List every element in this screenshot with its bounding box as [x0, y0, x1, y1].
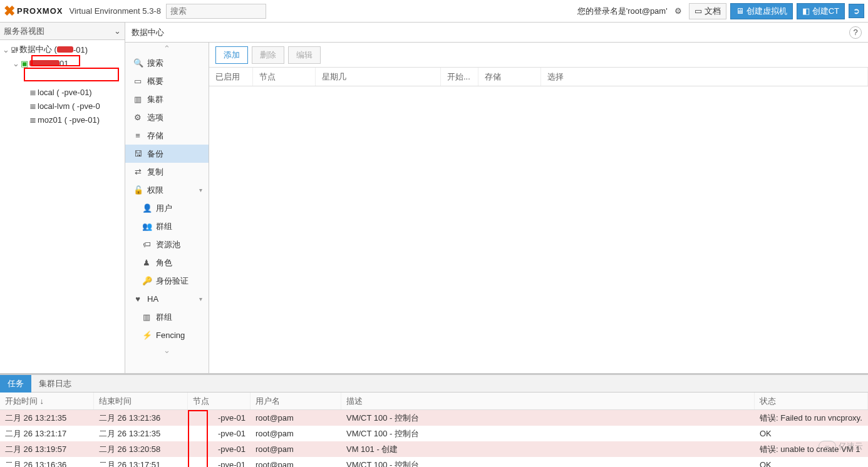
- nav-角色[interactable]: ♟角色: [125, 254, 209, 272]
- nav-用户[interactable]: 👤用户: [125, 199, 209, 217]
- cell-node: -pve-01: [188, 460, 251, 467]
- nav-label: 概要: [147, 76, 163, 87]
- col-start-time[interactable]: 开始时间 ↓: [0, 393, 94, 409]
- cell-end: 二月 26 13:20:58: [94, 444, 188, 455]
- tree-node[interactable]: ⌄ ▣ 01: [0, 56, 125, 70]
- nav-搜索[interactable]: 🔍搜索: [125, 54, 209, 72]
- nav-群组[interactable]: ▥群组: [125, 308, 209, 326]
- log-row[interactable]: 二月 26 13:21:35二月 26 13:21:36-pve-01root@…: [0, 410, 868, 426]
- create-vm-button[interactable]: 🖥 创建虚拟机: [730, 3, 793, 19]
- cell-user: root@pam: [251, 429, 341, 438]
- col-start[interactable]: 开始...: [441, 68, 478, 86]
- log-row[interactable]: 二月 26 13:21:17二月 26 13:21:35-pve-01root@…: [0, 426, 868, 441]
- dc-label: 数据中心 (: [19, 44, 57, 55]
- col-enabled[interactable]: 已启用: [209, 68, 253, 86]
- cell-end: 二月 26 13:21:35: [94, 428, 188, 439]
- cube-icon: ◧: [802, 6, 810, 16]
- caret-icon: ⌄: [13, 59, 19, 68]
- tree-storage-local[interactable]: ≣ local ( -pve-01): [0, 85, 125, 99]
- storage-icon: ≣: [28, 115, 38, 125]
- col-user[interactable]: 用户名: [251, 393, 341, 409]
- cell-node: -pve-01: [188, 444, 251, 454]
- nav-icon: 🖫: [133, 149, 142, 158]
- nav-label: HA: [147, 294, 158, 304]
- col-desc[interactable]: 描述: [341, 393, 755, 409]
- nav-存储[interactable]: ≡存储: [125, 126, 209, 145]
- add-button[interactable]: 添加: [215, 46, 248, 64]
- nav-资源池[interactable]: 🏷资源池: [125, 235, 209, 254]
- nav-label: 集群: [147, 94, 163, 105]
- node-suffix: 01: [59, 59, 68, 68]
- logo-x-icon: ✖: [4, 3, 16, 19]
- gear-icon[interactable]: ⚙: [671, 4, 685, 18]
- storage-label: moz01 ( -pve-01): [38, 115, 100, 125]
- col-storage[interactable]: 存储: [478, 68, 541, 86]
- nav-label: 群组: [156, 221, 172, 232]
- side-nav: ⌃ 🔍搜索▭概要▥集群⚙选项≡存储🖫备份⇄复制🔓权限▾👤用户👥群组🏷资源池♟角色…: [125, 43, 209, 373]
- nav-选项[interactable]: ⚙选项: [125, 108, 209, 126]
- watermark: ∞ 亿速云: [819, 441, 863, 452]
- col-node[interactable]: 节点: [188, 393, 251, 409]
- env-label: Virtual Environment 5.3-8: [69, 6, 160, 16]
- nav-icon: ▭: [133, 76, 142, 86]
- server-icon: 🖳: [9, 45, 19, 54]
- nav-icon: 🔓: [133, 185, 142, 195]
- cell-desc: VM/CT 100 - 控制台: [341, 428, 755, 439]
- col-node[interactable]: 节点: [253, 68, 316, 86]
- nav-复制[interactable]: ⇄复制: [125, 163, 209, 181]
- nav-icon: ⇄: [133, 167, 142, 177]
- tree-body: ⌄ 🖳 数据中心 ( -01) ⌄ ▣ 01 ≣ local ( -pve-01…: [0, 40, 125, 373]
- nav-icon: ≡: [133, 131, 142, 140]
- search-input[interactable]: [166, 4, 266, 19]
- tab-tasks[interactable]: 任务: [0, 375, 31, 393]
- log-row[interactable]: 二月 26 13:19:57二月 26 13:20:58-pve-01root@…: [0, 441, 868, 457]
- cell-node: -pve-01: [188, 429, 251, 438]
- grid-header: 已启用 节点 星期几 开始... 存储 选择: [209, 68, 868, 86]
- tree-datacenter[interactable]: ⌄ 🖳 数据中心 ( -01): [0, 43, 125, 56]
- cell-start: 二月 26 13:21:35: [0, 413, 94, 424]
- col-weekday[interactable]: 星期几: [316, 68, 441, 86]
- top-right: 您的登录名是'root@pam' ⚙ ▭ 文档 🖥 创建虚拟机 ◧ 创建CT ➲: [577, 3, 864, 19]
- nav-Fencing[interactable]: ⚡Fencing: [125, 326, 209, 344]
- nav-身份验证[interactable]: 🔑身份验证: [125, 272, 209, 290]
- nav-scroll-down[interactable]: ⌄: [125, 344, 209, 356]
- cell-user: root@pam: [251, 413, 341, 423]
- col-end-time[interactable]: 结束时间: [94, 393, 188, 409]
- nav-label: 身份验证: [156, 275, 189, 287]
- col-select[interactable]: 选择: [541, 68, 868, 86]
- cell-status: 错误: Failed to run vncproxy.: [755, 413, 868, 424]
- nav-label: Fencing: [156, 331, 185, 340]
- nav-概要[interactable]: ▭概要: [125, 72, 209, 90]
- tree-storage-moz01[interactable]: ≣ moz01 ( -pve-01): [0, 113, 125, 126]
- tab-cluster-log[interactable]: 集群日志: [31, 375, 79, 393]
- nav-群组[interactable]: 👥群组: [125, 217, 209, 235]
- create-ct-button[interactable]: ◧ 创建CT: [797, 3, 845, 19]
- cell-status: OK: [755, 460, 868, 467]
- main: 服务器视图 ⌄ ⌄ 🖳 数据中心 ( -01) ⌄ ▣ 01 ≣ local (…: [0, 23, 868, 373]
- tree-panel: 服务器视图 ⌄ ⌄ 🖳 数据中心 ( -01) ⌄ ▣ 01 ≣ local (…: [0, 23, 125, 373]
- cell-node: -pve-01: [188, 413, 251, 423]
- nav-icon: 🔍: [133, 58, 142, 68]
- tree-blank-row: [0, 70, 125, 85]
- tree-storage-local-lvm[interactable]: ≣ local-lvm ( -pve-0: [0, 99, 125, 113]
- work-area: 添加 删除 编辑 已启用 节点 星期几 开始... 存储 选择: [209, 43, 868, 373]
- logout-button[interactable]: ➲: [849, 4, 864, 18]
- nav-权限[interactable]: 🔓权限▾: [125, 181, 209, 199]
- nav-备份[interactable]: 🖫备份: [125, 145, 209, 163]
- docs-button[interactable]: ▭ 文档: [689, 3, 726, 19]
- tree-header[interactable]: 服务器视图 ⌄: [0, 23, 125, 40]
- nav-label: 用户: [156, 203, 172, 214]
- nav-HA[interactable]: ♥HA▾: [125, 290, 209, 308]
- nav-scroll-up[interactable]: ⌃: [125, 43, 209, 54]
- col-status[interactable]: 状态: [755, 393, 868, 409]
- toolbar: 添加 删除 编辑: [209, 43, 868, 68]
- logo: ✖ PROXMOX: [4, 3, 63, 19]
- nav-label: 复制: [147, 167, 163, 178]
- login-text: 您的登录名是'root@pam': [577, 6, 668, 17]
- cell-desc: VM/CT 100 - 控制台: [341, 413, 755, 424]
- nav-label: 群组: [156, 312, 172, 323]
- nav-label: 资源池: [156, 239, 180, 250]
- help-button[interactable]: ?: [849, 26, 862, 39]
- log-row[interactable]: 二月 26 13:16:36二月 26 13:17:51-pve-01root@…: [0, 457, 868, 467]
- nav-集群[interactable]: ▥集群: [125, 90, 209, 108]
